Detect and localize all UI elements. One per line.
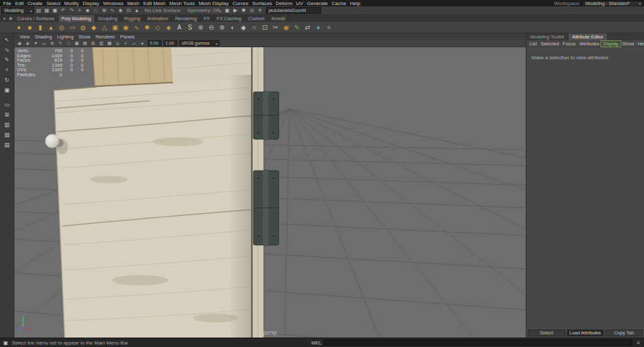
menu-item[interactable]: Windows (101, 1, 125, 6)
extrude-icon[interactable]: ⊡ (260, 23, 270, 33)
poly-super-ellipse-icon[interactable]: ◈ (164, 23, 174, 33)
resolution-gate-icon[interactable]: ▣ (73, 40, 80, 47)
camera-bookmark-icon[interactable]: ▼ (32, 40, 40, 47)
shelf-tab[interactable]: Animation (144, 15, 172, 22)
safe-title-icon[interactable]: ▦ (106, 40, 113, 47)
render-settings-icon[interactable]: ✱ (240, 7, 248, 14)
mirror-icon[interactable]: ⇄ (303, 23, 313, 33)
gate-mask-icon[interactable]: ▤ (81, 40, 89, 47)
persp-outliner-layout-icon[interactable]: ▧ (1, 130, 13, 139)
snap-curve-icon[interactable]: ∿ (108, 7, 116, 14)
poly-cube-icon[interactable]: ■ (25, 23, 35, 33)
lasso-tool-icon[interactable]: ∿ (1, 45, 13, 54)
shelf-tab[interactable]: FX (201, 15, 214, 22)
select-hierarchy-icon[interactable]: ≡ (75, 7, 84, 14)
menu-item[interactable]: Curves (231, 1, 250, 6)
wireframe-icon[interactable]: ▱ (130, 40, 138, 47)
combine-icon[interactable]: ⊕ (196, 23, 206, 33)
menu-item[interactable]: Mesh (125, 1, 142, 6)
shelf-tab[interactable]: Arnold (269, 15, 289, 22)
two-d-pan-zoom-icon[interactable]: ⊕ (48, 40, 56, 47)
menu-item[interactable]: Mesh Display (197, 1, 231, 6)
camera-select-icon[interactable]: ◉ (16, 40, 23, 47)
exposure-field[interactable]: 0.00 (148, 40, 162, 46)
poly-helix-icon[interactable]: ∿ (131, 23, 142, 33)
shelf-tab[interactable]: Sculpting (95, 15, 121, 22)
ui-toggle-icon[interactable]: ▣ (2, 339, 9, 346)
gamma-field[interactable]: 1.00 (164, 40, 177, 46)
command-line-input[interactable] (324, 339, 632, 346)
menu-item[interactable]: Surfaces (250, 1, 274, 6)
attribute-editor-menu-item[interactable]: Help (636, 41, 644, 47)
menu-item[interactable]: File (1, 1, 13, 6)
menu-item[interactable]: UV (294, 1, 305, 6)
shelf-tab[interactable]: Poly Modeling (58, 15, 95, 22)
menu-set-selector[interactable]: Modeling (1, 7, 34, 14)
render-view-icon[interactable]: ▣ (223, 7, 231, 14)
poly-soccer-ball-icon[interactable]: ◇ (153, 23, 163, 33)
extract-icon[interactable]: ⊗ (217, 23, 227, 33)
menu-item[interactable]: Help (348, 1, 362, 6)
snap-plane-icon[interactable]: ⊡ (125, 7, 133, 14)
shelf-tab[interactable]: Rigging (121, 15, 144, 22)
workspace-selector[interactable]: Modeling - Standard* (582, 1, 643, 6)
svg-tool-icon[interactable]: S (185, 23, 195, 33)
menu-item[interactable]: Deform (274, 1, 294, 6)
symmetry-selector[interactable]: Symmetry: Off (184, 8, 223, 13)
poly-disc-icon[interactable]: ◍ (78, 23, 88, 33)
two-pane-layout-icon[interactable]: ▥ (1, 120, 13, 129)
shelf-tab-menu-icon[interactable]: ▾ (1, 15, 8, 22)
shelf-tab[interactable]: FX Caching (214, 15, 245, 22)
viewport-scene[interactable]: Verts:75900 Edges:146900 Faces:81900 Tri… (14, 47, 526, 338)
shelf-tab[interactable]: Custom (245, 15, 269, 22)
open-scene-icon[interactable]: ▦ (43, 7, 51, 14)
poly-gear-icon[interactable]: ✱ (142, 23, 152, 33)
poly-cylinder-icon[interactable]: ▮ (35, 23, 45, 33)
bridge-icon[interactable]: ∩ (249, 23, 259, 33)
menu-item[interactable]: Modify (62, 1, 81, 6)
new-scene-icon[interactable]: ▤ (35, 7, 43, 14)
film-gate-icon[interactable]: □ (65, 40, 72, 47)
snap-grid-icon[interactable]: ⊞ (100, 7, 108, 14)
grease-pencil-icon[interactable]: ✎ (57, 40, 64, 47)
bevel-icon[interactable]: ◆ (238, 23, 248, 33)
live-surface-indicator[interactable]: No Live Surface (142, 8, 184, 13)
sculpt-tool-icon[interactable]: ● (313, 23, 323, 33)
viewport-menu-item[interactable]: Panels (118, 34, 137, 40)
select-tool-icon[interactable]: ↖ (1, 35, 13, 44)
shelf-tab[interactable]: Rendering (172, 15, 201, 22)
multi-cut-icon[interactable]: ✂ (270, 23, 280, 33)
shelf-tab[interactable]: Curves / Surfaces (14, 15, 58, 22)
hypershade-layout-icon[interactable]: ▤ (1, 140, 13, 149)
target-weld-icon[interactable]: ◉ (281, 23, 291, 33)
viewport-menu-item[interactable]: Lighting (55, 34, 76, 40)
shelf-gear-icon[interactable]: ✱ (8, 15, 14, 22)
select-component-icon[interactable]: □ (92, 7, 100, 14)
poly-prism-icon[interactable]: ▣ (110, 23, 120, 33)
single-pane-layout-icon[interactable]: ▭ (1, 100, 13, 109)
menu-item[interactable]: Generate (305, 1, 330, 6)
attribute-editor-menu-item[interactable]: Display (601, 41, 621, 47)
attribute-editor-button[interactable]: Copy Tab (605, 329, 643, 336)
separate-icon[interactable]: ⊖ (206, 23, 216, 33)
attribute-editor-menu-item[interactable]: Show (621, 41, 636, 47)
attribute-editor-button[interactable]: Select (528, 329, 565, 336)
xray-icon[interactable]: ◐ (122, 40, 130, 47)
image-plane-icon[interactable]: ▭ (40, 40, 48, 47)
menu-item[interactable]: Display (81, 1, 101, 6)
select-object-icon[interactable]: ■ (84, 7, 92, 14)
rotate-tool-icon[interactable]: ↻ (1, 75, 13, 84)
right-panel-tab[interactable]: Attribute Editor (569, 33, 608, 40)
boolean-union-icon[interactable]: ◐ (228, 23, 238, 33)
input-line-field[interactable]: jackdanielsDoorM (266, 7, 321, 14)
attribute-editor-menu-item[interactable]: List (528, 41, 539, 47)
save-scene-icon[interactable]: ▣ (51, 7, 59, 14)
view-transform-selector[interactable]: sRGB gamma (179, 40, 219, 46)
ipr-render-icon[interactable]: ▶ (231, 7, 240, 14)
undo-icon[interactable]: ↶ (59, 7, 67, 14)
quad-draw-icon[interactable]: ✎ (292, 23, 302, 33)
poly-pipe-icon[interactable]: ◉ (121, 23, 131, 33)
camera-lock-icon[interactable]: ◈ (24, 40, 31, 47)
mel-label[interactable]: MEL (311, 340, 321, 346)
viewport-menu-item[interactable]: Show (76, 34, 93, 40)
